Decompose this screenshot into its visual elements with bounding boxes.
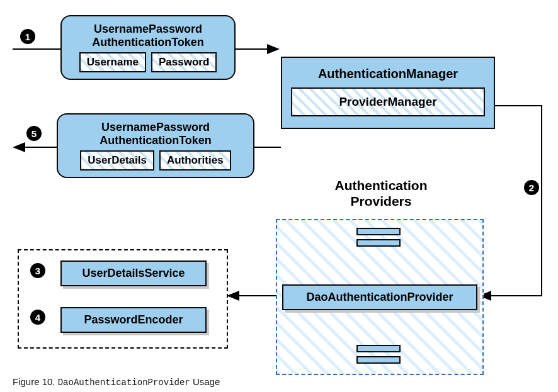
caption-suffix: Usage xyxy=(193,376,220,387)
authentication-manager-title: AuthenticationManager xyxy=(291,67,485,81)
token-in-username: Username xyxy=(79,52,146,72)
figure-caption: Figure 10. DaoAuthenticationProvider Usa… xyxy=(13,376,220,388)
token-in-title-l1: UsernamePassword xyxy=(94,23,202,35)
diagram-canvas: UsernamePassword AuthenticationToken Use… xyxy=(0,0,558,392)
provider-stub-bot-2 xyxy=(356,356,401,364)
badge-2: 2 xyxy=(524,180,539,195)
caption-code: DaoAuthenticationProvider xyxy=(58,378,190,388)
password-encoder-node: PasswordEncoder xyxy=(60,307,207,333)
provider-stub-bot-1 xyxy=(356,345,401,352)
token-in-title: UsernamePassword AuthenticationToken xyxy=(69,23,227,48)
token-out-authorities: Authorities xyxy=(159,150,231,171)
token-in-password: Password xyxy=(151,52,217,72)
providers-label-l1: Authentication xyxy=(335,178,428,193)
token-out-node: UsernamePassword AuthenticationToken Use… xyxy=(57,113,254,178)
badge-3: 3 xyxy=(30,263,45,278)
token-out-userdetails: UserDetails xyxy=(80,150,154,171)
provider-stub-top-1 xyxy=(356,228,401,235)
token-out-title: UsernamePassword AuthenticationToken xyxy=(65,121,246,147)
providers-label: Authentication Providers xyxy=(315,177,447,209)
authentication-manager-node: AuthenticationManager ProviderManager xyxy=(281,57,495,129)
token-out-title-l1: UsernamePassword xyxy=(101,121,210,133)
provider-manager-box: ProviderManager xyxy=(291,87,485,116)
token-in-title-l2: AuthenticationToken xyxy=(92,36,204,48)
caption-prefix: Figure 10. xyxy=(13,376,58,387)
user-details-service-node: UserDetailsService xyxy=(60,260,207,286)
token-in-node: UsernamePassword AuthenticationToken Use… xyxy=(60,15,236,80)
provider-stub-top-2 xyxy=(356,239,401,247)
providers-label-l2: Providers xyxy=(351,194,412,208)
dao-authentication-provider-node: DaoAuthenticationProvider xyxy=(282,284,477,310)
token-out-title-l2: AuthenticationToken xyxy=(100,134,212,147)
badge-5: 5 xyxy=(26,126,42,141)
badge-1: 1 xyxy=(20,29,35,44)
badge-4: 4 xyxy=(30,310,45,325)
